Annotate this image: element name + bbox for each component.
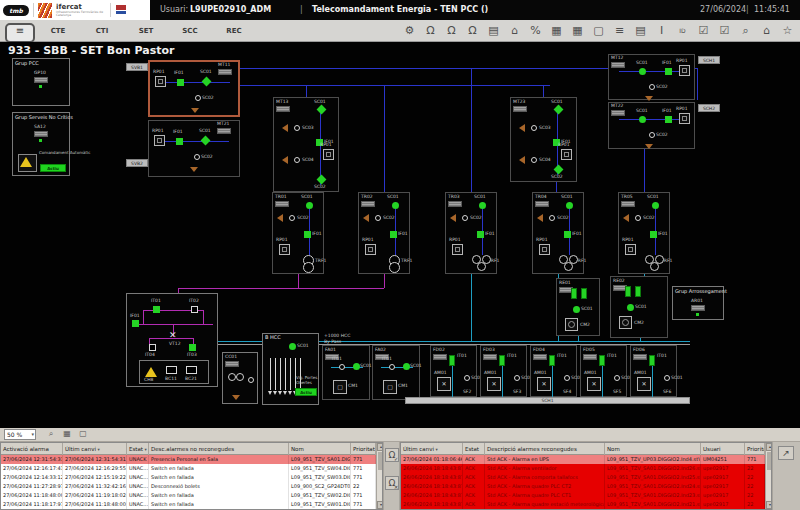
bay-MT23[interactable]: MT23SC01SC03IF01RP01SC04SC02 [510,97,577,182]
element-box[interactable] [448,201,462,207]
select-edit-icon[interactable]: ☑ [714,22,735,40]
alarm-row[interactable]: 27/06/2024 11:27:28:97627/06/2024 11:32:… [1,482,376,491]
sort-filter-icon[interactable]: ▾ [434,447,438,452]
disconnector-closed-indicator[interactable] [304,231,311,238]
menu-item-set[interactable]: SET [124,20,168,42]
disconnector-closed-indicator[interactable] [202,77,212,87]
chart-report-alt-icon[interactable]: ▦ [567,22,588,40]
column-header[interactable]: Activació alarma [1,443,63,455]
element-box[interactable] [611,110,625,116]
menu-item-scc[interactable]: SCC [168,20,212,42]
disconnector-closed-indicator[interactable] [317,175,327,185]
breaker-closed-indicator[interactable] [306,202,313,209]
device-icon[interactable] [625,244,636,255]
element-box[interactable] [535,201,549,207]
switch-open-indicator[interactable] [514,375,520,381]
events-icon[interactable]: ⌂ [504,22,525,40]
bay-MT12[interactable]: MT12SC01IF01RP01SC02 [608,54,695,100]
feeder-closed-indicator[interactable] [649,355,655,366]
disconnector-closed-indicator[interactable] [554,105,564,115]
device-icon[interactable] [539,244,550,255]
column-header[interactable]: Estat [463,443,485,455]
dc-feeder-box[interactable]: B HCCSC01Vig. PortesObertesActiu [262,333,319,405]
bay-TR03[interactable]: TR03SC01SC02IF01RP01TRF1 [445,192,497,274]
feeder-closed-indicator[interactable] [549,355,555,366]
meter-icon[interactable]: ▢ [333,380,347,394]
disconnector-closed-indicator[interactable] [201,136,211,146]
breaker-closed-indicator[interactable] [566,202,573,209]
group-serveis[interactable]: Grup Serveis No CríticsSA12Comandament A… [12,112,70,176]
bay-FD05[interactable]: FD05IT01SC01AM01✕SF5 [580,345,627,397]
column-header[interactable]: Nom [289,443,351,455]
menu-item-rec[interactable]: REC [212,20,256,42]
element-box[interactable] [276,106,290,112]
alarm-bell-add-icon[interactable]: Ω [462,22,483,40]
feeder-closed-indicator[interactable] [449,355,455,366]
report-icon[interactable]: ▤ [630,22,651,40]
switch-open-indicator[interactable] [635,215,641,221]
column-header[interactable]: Desc.alarmes no reconegudes [149,443,289,455]
grid-view-icon[interactable]: ▦ [60,428,74,440]
table-scrollbar[interactable]: ▴▾ [376,443,383,510]
bay-TR04[interactable]: TR04SC01SC02IF01RP01TRF1 [532,192,584,274]
disconnector-closed-indicator[interactable] [564,231,571,238]
bay-RE01[interactable]: RE01SC01CM2 [556,278,600,336]
device-icon[interactable] [279,244,290,255]
alarm-row[interactable]: 27/06/2024 11:18:17:97727/06/2024 11:18:… [1,500,376,509]
select-check-icon[interactable]: ☑ [693,22,714,40]
element-box[interactable] [218,69,232,75]
group-pcc[interactable]: Grup PCCGP10 [12,58,70,106]
bay-TR01[interactable]: TR01SC01SC02IF01RP01TRF1 [272,192,324,274]
element-box[interactable] [633,354,647,360]
element-box[interactable] [433,354,447,360]
element-box[interactable] [611,62,625,68]
menu-item-cte[interactable]: CTE [36,20,80,42]
element-box[interactable] [217,128,231,134]
bus-tag[interactable]: SCH2 [698,104,720,112]
active-button[interactable]: Actiu [40,164,66,172]
logbook-icon[interactable]: ▤ [483,22,504,40]
switch-open-indicator[interactable] [149,344,156,351]
breaker-closed-indicator[interactable] [627,304,634,311]
device-indicator[interactable] [166,366,177,374]
alarm-row[interactable]: 26/06/2024 18:18:43:876ACKStd ACK - Alar… [401,491,765,500]
device-indicator[interactable] [186,366,197,374]
switch-open-indicator[interactable] [664,375,670,381]
export-alarms-button[interactable]: ↗ [778,446,794,460]
sort-filter-icon[interactable]: ▾ [96,447,100,452]
meter-icon[interactable]: ✕ [437,377,451,391]
bay-FA01[interactable]: FA01IT01SC01▢CM1 [322,345,370,400]
meter-icon[interactable]: ✕ [537,377,551,391]
bay-FD06[interactable]: FD06IT01SC01AM01✕SF6 [630,345,677,397]
disconnector-closed-indicator[interactable] [477,231,484,238]
hamburger-menu-button[interactable]: ≡ [5,23,35,43]
disconnector-closed-indicator[interactable] [665,116,672,123]
column-header[interactable]: Últim canvi ▾ [401,443,463,455]
bay-FD02[interactable]: FD02IT01SC01AM01✕SF2 [430,345,477,397]
meter-icon[interactable]: ▢ [383,380,397,394]
feeder-closed-indicator[interactable] [499,355,505,366]
switch-open-indicator[interactable] [649,132,655,138]
alarm-row[interactable]: 27/06/2024 12:16:17:41027/06/2024 12:16:… [1,464,376,473]
switch-open-indicator[interactable] [375,215,381,221]
device-icon[interactable] [561,149,572,160]
element-box[interactable] [34,131,48,137]
bay-MT13[interactable]: MT13SC01SC03IF01RP01SC04SC02 [273,97,339,192]
alarm-row[interactable]: 26/06/2024 18:18:43:876ACKStd ACK - Alar… [401,500,765,509]
rectifier-closed-indicator[interactable] [625,286,631,297]
favorites-star-icon[interactable]: ☆ [777,22,798,40]
switch-open-indicator[interactable] [294,157,300,163]
home-icon[interactable]: ⌂ [756,22,777,40]
breaker-closed-indicator[interactable] [177,79,184,86]
ct-network-box[interactable]: IT01IT02IF01IT04IT03✕VT12CH8BC11BC21 [126,293,218,387]
column-header[interactable]: Nom [605,443,701,455]
chart-report-icon[interactable]: ▦ [546,22,567,40]
bay-FD03[interactable]: FD03IT01SC01AM01✕SF3 [480,345,527,397]
switch-open-indicator[interactable] [464,375,470,381]
bus-tag[interactable]: SVB2 [126,159,148,167]
bay-MT11[interactable]: MT11RP01IF01SC01SC02 [148,60,240,117]
device-icon[interactable] [679,65,690,76]
column-header[interactable]: Estat ▾ [127,443,149,455]
id-tool-icon[interactable]: ID [672,22,693,40]
breaker-closed-indicator[interactable] [652,202,659,209]
